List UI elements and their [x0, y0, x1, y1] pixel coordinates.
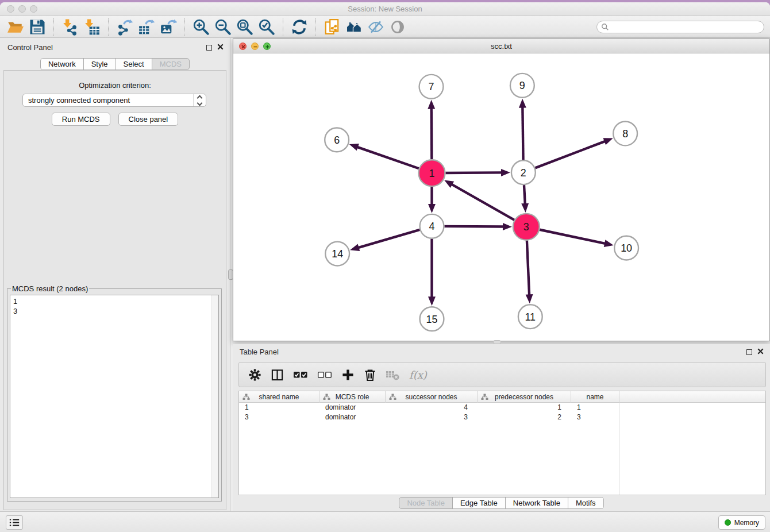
network-graph[interactable]: 1234678910111415: [233, 54, 769, 341]
table-cell[interactable]: 3: [386, 413, 478, 422]
table-row[interactable]: 1dominator411: [239, 403, 765, 413]
graph-node-1[interactable]: 1: [419, 160, 445, 186]
table-panel-tabs: Node TableEdge TableNetwork TableMotifs: [233, 497, 770, 509]
open-session-button[interactable]: [5, 17, 26, 37]
graph-edge-2-9[interactable]: [522, 107, 523, 160]
tab-motifs[interactable]: Motifs: [568, 497, 604, 509]
search-field[interactable]: [596, 21, 764, 33]
close-table-panel-icon[interactable]: [757, 348, 764, 355]
graph-node-15[interactable]: 15: [420, 307, 444, 331]
tab-style[interactable]: Style: [83, 58, 116, 70]
delete-column-button[interactable]: [364, 368, 376, 381]
graph-edge-4-3[interactable]: [444, 226, 504, 227]
export-image-button[interactable]: [157, 17, 179, 37]
show-all-button[interactable]: [387, 17, 409, 37]
graph-edge-1-7[interactable]: [432, 108, 432, 160]
table-settings-button[interactable]: [248, 368, 261, 381]
graph-edge-3-11[interactable]: [527, 241, 529, 296]
mcds-result-text[interactable]: 13: [10, 295, 219, 498]
function-builder-button[interactable]: f(x): [409, 369, 427, 381]
zoom-out-button[interactable]: [212, 17, 234, 37]
graph-node-4[interactable]: 4: [420, 214, 444, 238]
refresh-layout-button[interactable]: [288, 17, 310, 37]
column-header-successor-nodes[interactable]: successor nodes: [386, 391, 478, 403]
search-input[interactable]: [609, 22, 764, 32]
optimization-criterion-select[interactable]: strongly connected component: [22, 94, 206, 107]
table-cell[interactable]: 1: [571, 403, 619, 413]
table-cell[interactable]: 1: [478, 403, 571, 413]
table-panel: Table Panel: [233, 344, 770, 511]
first-neighbors-button[interactable]: [343, 17, 365, 37]
graph-edge-1-6[interactable]: [357, 147, 419, 169]
graph-node-7[interactable]: 7: [419, 75, 444, 99]
graph-edge-4-14[interactable]: [358, 230, 420, 248]
hide-selected-button[interactable]: [365, 17, 387, 37]
table-cell[interactable]: 3: [571, 413, 619, 422]
import-network-button[interactable]: [59, 17, 81, 37]
table-cell[interactable]: 3: [239, 413, 319, 422]
tab-edge-table[interactable]: Edge Table: [452, 497, 506, 509]
graph-node-14[interactable]: 14: [325, 242, 349, 266]
zoom-fit-button[interactable]: [234, 17, 256, 37]
column-header-predecessor-nodes[interactable]: predecessor nodes: [478, 391, 571, 403]
table-cell[interactable]: 2: [478, 413, 571, 422]
export-network-button[interactable]: [114, 17, 136, 37]
result-scrollbar[interactable]: [211, 295, 218, 498]
table-cell[interactable]: dominator: [319, 403, 386, 413]
graph-node-6[interactable]: 6: [325, 128, 349, 152]
graph-node-2[interactable]: 2: [511, 160, 536, 184]
graph-edge-2-8[interactable]: [535, 141, 605, 168]
table-cell[interactable]: dominator: [319, 413, 386, 422]
memory-button[interactable]: Memory: [718, 515, 765, 530]
export-table-button[interactable]: [136, 17, 157, 37]
tab-select[interactable]: Select: [116, 58, 152, 70]
zoom-selected-button[interactable]: [256, 17, 278, 37]
list-icon: [9, 518, 20, 527]
show-columns-button[interactable]: [271, 368, 284, 381]
delete-table-button[interactable]: [386, 369, 400, 381]
unselect-all-columns-button[interactable]: [317, 369, 332, 380]
node-label: 15: [426, 314, 438, 325]
first-neighbors-icon: [345, 18, 363, 36]
table-row[interactable]: 3dominator323: [239, 413, 765, 422]
tab-node-table[interactable]: Node Table: [399, 497, 453, 509]
add-column-button[interactable]: [341, 368, 355, 381]
graph-edge-1-2[interactable]: [445, 172, 502, 173]
column-header-label: successor nodes: [405, 393, 457, 401]
graph-node-8[interactable]: 8: [613, 122, 637, 146]
table-cell[interactable]: 1: [239, 403, 319, 413]
column-header-MCDS-role[interactable]: MCDS role: [319, 391, 386, 403]
close-panel-button[interactable]: Close panel: [118, 113, 179, 126]
graph-edge-3-1[interactable]: [451, 184, 514, 220]
column-header-name[interactable]: name: [571, 391, 619, 403]
import-table-button[interactable]: [81, 17, 103, 37]
save-session-button[interactable]: [26, 17, 48, 37]
graph-edge-2-3[interactable]: [524, 185, 525, 205]
graph-edge-arrowhead: [428, 100, 435, 109]
graph-edge-3-10[interactable]: [540, 230, 606, 244]
chevron-up-icon: [197, 95, 203, 101]
column-header-shared-name[interactable]: shared name: [239, 391, 319, 403]
graph-node-9[interactable]: 9: [510, 74, 534, 98]
graph-node-10[interactable]: 10: [614, 236, 638, 260]
run-mcds-button[interactable]: Run MCDS: [52, 113, 110, 126]
float-panel-icon[interactable]: [206, 45, 212, 51]
float-table-panel-icon[interactable]: [746, 349, 752, 355]
tab-network-table[interactable]: Network Table: [505, 497, 568, 509]
network-canvas[interactable]: 1234678910111415: [233, 54, 769, 341]
zoom-in-button[interactable]: [190, 17, 212, 37]
tab-network[interactable]: Network: [40, 58, 84, 70]
task-history-button[interactable]: [6, 515, 23, 530]
graph-node-3[interactable]: 3: [513, 214, 540, 240]
control-panel-tabs: NetworkStyleSelectMCDS: [0, 58, 230, 70]
horizontal-splitter-grip[interactable]: [493, 340, 501, 344]
select-all-columns-button[interactable]: [293, 369, 308, 380]
node-table[interactable]: shared nameMCDS rolesuccessor nodesprede…: [238, 391, 766, 495]
toolbar-separator: [108, 18, 109, 36]
tab-mcds[interactable]: MCDS: [152, 58, 190, 70]
network-window-titlebar[interactable]: scc.txt: [233, 39, 769, 53]
close-panel-icon[interactable]: [217, 43, 224, 51]
graph-node-11[interactable]: 11: [518, 304, 542, 329]
table-cell[interactable]: 4: [386, 403, 478, 413]
duplicate-network-button[interactable]: [321, 17, 343, 37]
